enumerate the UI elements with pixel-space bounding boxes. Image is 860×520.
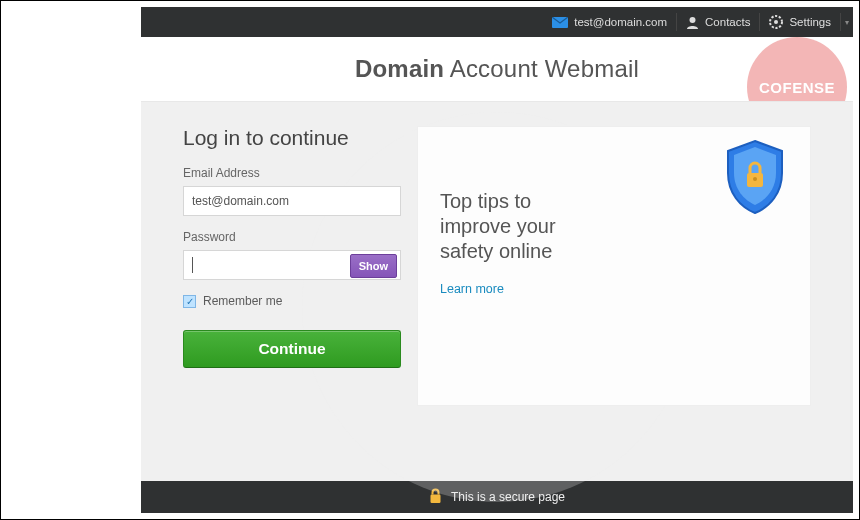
remember-checkbox[interactable]: ✓ [183, 295, 196, 308]
topbar-settings[interactable]: Settings [760, 7, 840, 37]
topbar-settings-text: Settings [789, 16, 831, 28]
svg-point-3 [774, 20, 778, 24]
footer: This is a secure page [141, 481, 853, 513]
topbar-account-email[interactable]: test@domain.com [543, 7, 676, 37]
email-field[interactable] [183, 186, 401, 216]
gear-icon [769, 15, 783, 29]
show-password-button[interactable]: Show [350, 254, 397, 278]
topbar-contacts-text: Contacts [705, 16, 750, 28]
email-label: Email Address [183, 166, 401, 180]
shield-icon [722, 139, 788, 219]
tips-heading: Top tips to improve your safety online [440, 189, 590, 264]
content-inner: Log in to continue Email Address Passwor… [183, 126, 811, 406]
topbar: test@domain.com Contacts Settings ▾ [141, 7, 853, 37]
topbar-contacts[interactable]: Contacts [677, 7, 759, 37]
page-title: Domain Account Webmail [355, 55, 639, 83]
login-panel: Log in to continue Email Address Passwor… [183, 126, 401, 406]
remember-label: Remember me [203, 294, 282, 308]
tips-panel: Top tips to improve your safety online L… [417, 126, 811, 406]
topbar-email-text: test@domain.com [574, 16, 667, 28]
title-row: Domain Account Webmail COFENSE [141, 37, 853, 101]
email-input[interactable] [192, 187, 392, 215]
mail-icon [552, 17, 568, 28]
login-heading: Log in to continue [183, 126, 401, 150]
main-content: Log in to continue Email Address Passwor… [141, 101, 853, 481]
password-field[interactable]: Show [183, 250, 401, 280]
continue-button[interactable]: Continue [183, 330, 401, 368]
password-label: Password [183, 230, 401, 244]
footer-text: This is a secure page [451, 490, 565, 504]
svg-point-5 [753, 177, 757, 181]
remember-me-row[interactable]: ✓ Remember me [183, 294, 401, 308]
svg-rect-6 [430, 494, 440, 503]
lock-icon [429, 488, 442, 507]
learn-more-link[interactable]: Learn more [440, 282, 504, 296]
chevron-down-icon[interactable]: ▾ [841, 7, 853, 37]
svg-point-1 [690, 17, 696, 23]
app-window: test@domain.com Contacts Settings ▾ Doma… [141, 7, 853, 513]
person-icon [686, 16, 699, 29]
outer-frame: test@domain.com Contacts Settings ▾ Doma… [0, 0, 860, 520]
